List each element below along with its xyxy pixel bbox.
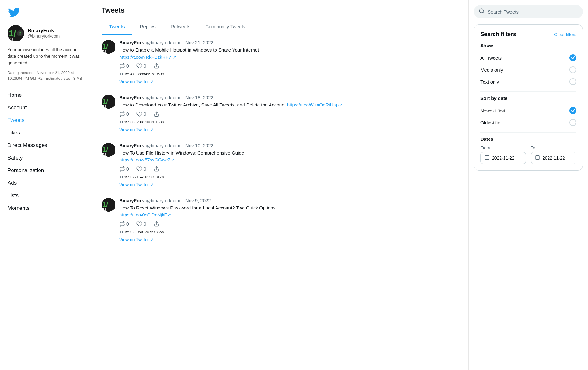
profile-name: BinaryFork [28, 28, 60, 34]
tweet-card: 1/ 01 BinaryFork @binaryforkcom · Nov 9,… [94, 193, 468, 248]
filter-text-only[interactable]: Text only [480, 76, 576, 88]
sidebar-item-likes[interactable]: Likes [8, 127, 86, 139]
date-from-label: From [480, 145, 526, 150]
view-on-twitter-link[interactable]: View on Twitter ↗ [119, 79, 154, 84]
radio-text-only [569, 78, 576, 85]
retweet-action[interactable]: 0 [119, 166, 129, 172]
filter-newest-first[interactable]: Newest first [480, 105, 576, 117]
retweet-count: 0 [126, 221, 129, 226]
date-to-input[interactable]: 2022-11-22 [531, 152, 576, 164]
tweet-id: ID 1590290601307578368 [119, 230, 461, 234]
like-action[interactable]: 0 [136, 221, 146, 227]
tab-community-tweets[interactable]: Community Tweets [198, 19, 253, 35]
tweet-avatar: 1/ 01 [102, 40, 115, 54]
show-section-title: Show [480, 43, 576, 48]
tweet-handle: @binaryforkcom [146, 143, 180, 148]
view-on-twitter-link[interactable]: View on Twitter ↗ [119, 237, 154, 242]
svg-text:⚙: ⚙ [18, 31, 22, 35]
date-from-value: 2022-11-22 [492, 155, 515, 161]
filter-oldest-first[interactable]: Oldest first [480, 117, 576, 128]
tweet-dot: · [182, 40, 184, 45]
sidebar: 1/ 01 ⚙ BinaryFork @binaryforkcom Your a… [0, 0, 94, 370]
tweet-avatar: 1/ 01 [102, 143, 115, 157]
retweet-action[interactable]: 0 [119, 63, 129, 69]
radio-all-tweets [569, 54, 576, 61]
sidebar-item-moments[interactable]: Moments [8, 202, 86, 215]
sidebar-item-tweets[interactable]: Tweets [8, 114, 86, 127]
tweet-author: BinaryFork [119, 143, 144, 148]
svg-text:01: 01 [102, 105, 107, 109]
twitter-logo [8, 6, 20, 19]
calendar-to-icon [535, 155, 540, 161]
tweet-dot: · [182, 95, 184, 100]
filter-oldest-first-label: Oldest first [480, 120, 503, 125]
date-from-input[interactable]: 2022-11-22 [480, 152, 526, 164]
sort-section: Sort by date Newest first Oldest first [480, 95, 576, 128]
sidebar-item-home[interactable]: Home [8, 89, 86, 101]
tweet-card: 1/ 01 BinaryFork @binaryforkcom · Nov 10… [94, 138, 468, 193]
page-title: Tweets [102, 6, 461, 14]
filter-media-only[interactable]: Media only [480, 64, 576, 76]
retweet-action[interactable]: 0 [119, 221, 129, 227]
sidebar-item-personalization[interactable]: Personalization [8, 164, 86, 177]
svg-rect-23 [485, 156, 489, 160]
tweet-actions: 0 0 [119, 63, 461, 69]
tweet-link[interactable]: https://t.co/s57ssGGwc7 [119, 157, 170, 162]
share-action[interactable] [154, 221, 159, 227]
sidebar-item-account[interactable]: Account [8, 101, 86, 114]
tweet-id: ID 1594733898499780609 [119, 72, 461, 76]
tabs: Tweets Replies Retweets Community Tweets [102, 19, 461, 35]
like-action[interactable]: 0 [136, 166, 146, 172]
search-bar[interactable] [474, 5, 583, 18]
retweet-count: 0 [126, 166, 129, 171]
svg-text:1/: 1/ [102, 200, 108, 208]
tweet-card: 1/ 01 BinaryFork @binaryforkcom · Nov 21… [94, 35, 468, 90]
search-icon [479, 8, 484, 15]
tweet-id: ID 1593662331103301633 [119, 120, 461, 124]
date-from-col: From 2022-11-22 [480, 145, 526, 164]
tweet-body: BinaryFork @binaryforkcom · Nov 18, 2022… [119, 95, 461, 133]
dates-row: From 2022-11-22 To 2022-11-22 [480, 145, 576, 164]
share-action[interactable] [154, 63, 159, 69]
view-on-twitter-link[interactable]: View on Twitter ↗ [119, 182, 154, 187]
tweet-dot: · [182, 143, 184, 148]
like-action[interactable]: 0 [136, 111, 146, 117]
tab-tweets[interactable]: Tweets [102, 19, 132, 35]
svg-line-22 [483, 12, 484, 13]
search-input[interactable] [488, 9, 578, 14]
sidebar-item-lists[interactable]: Lists [8, 189, 86, 202]
share-action[interactable] [154, 166, 159, 172]
tweet-text: How to Enable a Mobile Hotspot in Window… [119, 46, 461, 61]
share-action[interactable] [154, 111, 159, 117]
tweet-text: How To Reset Windows Password for a Loca… [119, 204, 461, 219]
tweet-handle: @binaryforkcom [146, 198, 180, 203]
tweet-handle: @binaryforkcom [146, 40, 180, 45]
profile-row: 1/ 01 ⚙ BinaryFork @binaryforkcom [8, 25, 86, 41]
tweet-handle: @binaryforkcom [146, 95, 180, 100]
tweet-header: BinaryFork @binaryforkcom · Nov 10, 2022 [119, 143, 461, 148]
tweet-link[interactable]: https://t.co/NRkFBzkRP7 [119, 54, 171, 60]
view-on-twitter-link[interactable]: View on Twitter ↗ [119, 127, 154, 132]
tweet-author: BinaryFork [119, 95, 144, 100]
retweet-action[interactable]: 0 [119, 111, 129, 117]
tweets-list: 1/ 01 BinaryFork @binaryforkcom · Nov 21… [94, 35, 468, 370]
tab-replies[interactable]: Replies [132, 19, 163, 35]
retweet-count: 0 [126, 63, 129, 68]
clear-filters-button[interactable]: Clear filters [554, 32, 576, 37]
like-action[interactable]: 0 [136, 63, 146, 69]
svg-text:1/: 1/ [102, 42, 108, 50]
sidebar-item-safety[interactable]: Safety [8, 152, 86, 164]
filter-all-tweets-label: All Tweets [480, 55, 502, 61]
tweet-link[interactable]: https://t.co/0sSiDoNjkF [119, 212, 167, 217]
tab-retweets[interactable]: Retweets [163, 19, 198, 35]
sidebar-item-direct-messages[interactable]: Direct Messages [8, 139, 86, 152]
tweet-header: BinaryFork @binaryforkcom · Nov 9, 2022 [119, 198, 461, 203]
tweet-date: Nov 21, 2022 [185, 40, 213, 45]
main-header: Tweets Tweets Replies Retweets Community… [94, 0, 468, 35]
tweet-date: Nov 9, 2022 [185, 198, 211, 203]
like-count: 0 [144, 166, 146, 171]
tweet-link[interactable]: https://t.co/61mOnRiUap [287, 102, 339, 107]
filter-all-tweets[interactable]: All Tweets [480, 52, 576, 64]
date-to-value: 2022-11-22 [543, 155, 565, 161]
sidebar-item-ads[interactable]: Ads [8, 177, 86, 189]
